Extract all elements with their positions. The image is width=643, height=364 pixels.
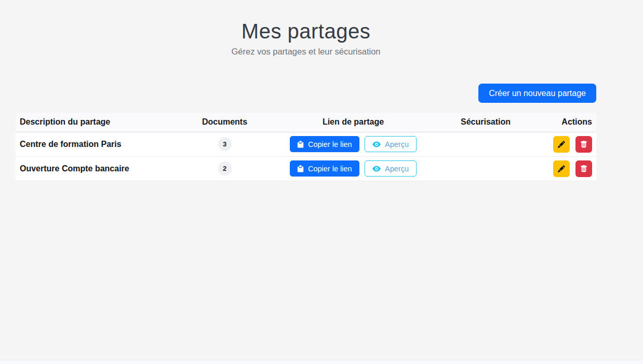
header-share-link: Lien de partage [262,113,444,132]
share-description: Ouverture Compte bancaire [16,156,187,181]
table-row: Ouverture Compte bancaire 2 Copier le li… [16,156,596,181]
header-actions: Actions [527,113,596,132]
table-header-row: Description du partage Documents Lien de… [16,113,596,132]
clipboard-icon [297,165,304,172]
share-description: Centre de formation Paris [16,132,187,156]
delete-button[interactable] [575,160,592,177]
documents-count-badge: 3 [218,137,232,151]
header-securisation: Sécurisation [444,113,527,132]
eye-icon [372,140,381,149]
eye-icon [372,165,381,173]
copy-link-button[interactable]: Copier le lien [290,160,359,177]
trash-icon [580,141,587,148]
table-row: Centre de formation Paris 3 Copier le li… [16,132,596,156]
delete-button[interactable] [575,136,592,153]
toolbar: Créer un nouveau partage [16,84,596,103]
pencil-icon [558,165,565,172]
securisation-cell [444,132,527,156]
preview-label: Aperçu [385,165,409,173]
clipboard-icon [297,141,304,148]
page-subtitle: Gérez vos partages et leur sécurisation [16,47,596,57]
copy-link-button[interactable]: Copier le lien [290,136,359,152]
securisation-cell [444,156,527,181]
bottom-strip [0,360,643,364]
header-documents: Documents [187,113,262,132]
shares-table: Description du partage Documents Lien de… [16,113,596,181]
trash-icon [580,165,587,172]
edit-button[interactable] [553,160,570,177]
main-container: Mes partages Gérez vos partages et leur … [16,0,596,181]
preview-button[interactable]: Aperçu [365,160,417,177]
preview-label: Aperçu [385,140,409,149]
pencil-icon [558,141,565,148]
create-share-button[interactable]: Créer un nouveau partage [478,84,596,103]
copy-link-label: Copier le lien [308,165,352,173]
copy-link-label: Copier le lien [308,140,352,149]
documents-count-badge: 2 [218,161,232,176]
header-description: Description du partage [16,113,187,132]
page-title: Mes partages [16,0,596,43]
edit-button[interactable] [553,136,570,153]
preview-button[interactable]: Aperçu [365,136,417,152]
